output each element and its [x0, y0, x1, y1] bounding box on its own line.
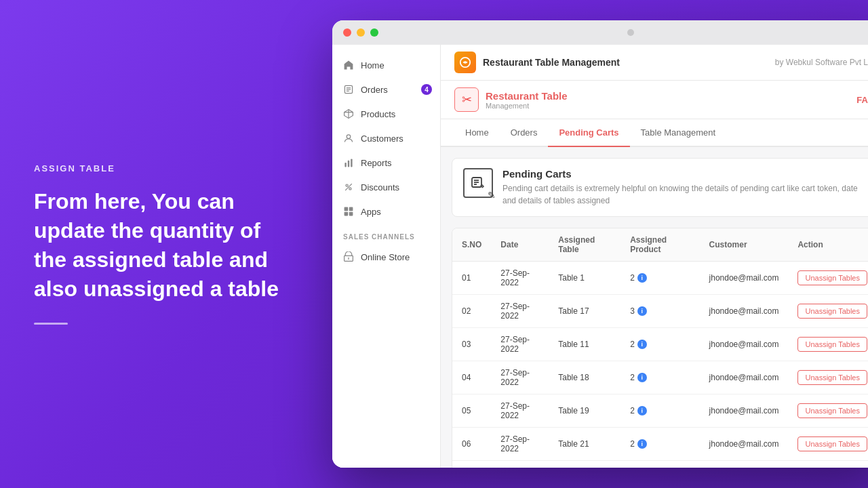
- faq-link[interactable]: FAQ: [856, 95, 868, 105]
- app-name: Restaurant Table Management: [483, 57, 620, 68]
- browser-window: Home Orders 4 Products: [332, 20, 868, 468]
- cell-assigned-product: 2 i: [620, 262, 699, 295]
- cell-sno: 05: [452, 394, 491, 428]
- svg-rect-10: [351, 159, 352, 167]
- tab-pending-carts[interactable]: Pending Carts: [548, 119, 629, 147]
- nav-tabs: Home Orders Pending Carts Table Manageme…: [441, 119, 868, 147]
- info-icon: i: [637, 306, 647, 316]
- cell-action: Unassign Tables: [788, 461, 868, 468]
- pending-carts-text: Pending Carts Pending cart details is ex…: [502, 168, 866, 207]
- sidebar-apps-label: Apps: [361, 207, 381, 217]
- table-row: 06 27-Sep-2022 Table 21 2 i jhondoe@mail…: [452, 428, 868, 461]
- info-icon: i: [637, 439, 647, 449]
- sidebar-orders-label: Orders: [361, 85, 388, 95]
- pending-carts-title: Pending Carts: [502, 168, 866, 180]
- table-row: 03 27-Sep-2022 Table 11 2 i jhondoe@mail…: [452, 328, 868, 361]
- cell-date: 27-Sep-2022: [491, 428, 549, 461]
- info-icon: i: [637, 273, 647, 283]
- cell-sno: 07: [452, 461, 491, 468]
- sidebar-item-orders[interactable]: Orders 4: [332, 77, 440, 102]
- restaurant-title: Restaurant Table: [486, 90, 568, 102]
- sidebar-item-discounts[interactable]: Discounts: [332, 175, 440, 199]
- sidebar-item-reports[interactable]: Reports: [332, 150, 440, 175]
- unassign-tables-button[interactable]: Unassign Tables: [797, 270, 867, 285]
- pending-carts-description: Pending cart details is extremely helpfu…: [502, 182, 866, 207]
- divider: [34, 323, 68, 325]
- svg-point-11: [346, 184, 348, 186]
- unassign-tables-button[interactable]: Unassign Tables: [797, 436, 867, 451]
- cell-assigned-table: Table 12: [549, 461, 620, 468]
- cell-assigned-product: 3 i: [620, 295, 699, 328]
- content-area: Pending Carts Pending cart details is ex…: [441, 147, 868, 468]
- unassign-tables-button[interactable]: Unassign Tables: [797, 403, 867, 418]
- cell-date: 27-Sep-2022: [491, 394, 549, 428]
- cell-assigned-product: 2 i: [620, 394, 699, 428]
- restaurant-text-area: Restaurant Table Management: [486, 90, 568, 110]
- shopify-layout: Home Orders 4 Products: [332, 45, 868, 468]
- tab-home[interactable]: Home: [454, 119, 500, 147]
- table-row: 05 27-Sep-2022 Table 19 2 i jhondoe@mail…: [452, 394, 868, 428]
- cell-date: 27-Sep-2022: [491, 361, 549, 394]
- app-header: Restaurant Table Management by Webkul So…: [441, 45, 868, 81]
- table-row: 02 27-Sep-2022 Table 17 3 i jhondoe@mail…: [452, 295, 868, 328]
- main-heading: From here, You can update the quantity o…: [34, 187, 285, 304]
- assign-label: ASSIGN TABLE: [34, 163, 285, 174]
- cell-date: 27-Sep-2022: [491, 461, 549, 468]
- tab-orders[interactable]: Orders: [500, 119, 549, 147]
- sidebar-customers-label: Customers: [361, 134, 403, 144]
- cell-assigned-table: Table 18: [549, 361, 620, 394]
- app-title-area: Restaurant Table Management: [454, 52, 620, 73]
- svg-rect-8: [344, 163, 346, 167]
- col-sno: S.NO: [452, 228, 491, 262]
- browser-close-dot: [343, 28, 351, 37]
- svg-rect-16: [344, 212, 349, 216]
- unassign-tables-button[interactable]: Unassign Tables: [797, 370, 867, 385]
- data-table: S.NO Date Assigned Table Assigned Produc…: [452, 228, 868, 468]
- orders-badge: 4: [421, 84, 432, 95]
- by-webkul-text: by Webkul Software Pvt Ltd: [775, 58, 868, 67]
- svg-rect-15: [349, 207, 353, 211]
- cell-customer: jhondoe@mail.com: [700, 262, 789, 295]
- cell-sno: 06: [452, 428, 491, 461]
- cell-assigned-table: Table 21: [549, 428, 620, 461]
- reports-icon: [343, 157, 354, 168]
- info-icon: i: [637, 406, 647, 415]
- customers-icon: [343, 133, 354, 144]
- cell-assigned-table: Table 17: [549, 295, 620, 328]
- sidebar-item-home[interactable]: Home: [332, 53, 440, 77]
- col-date: Date: [491, 228, 549, 262]
- table-row: 07 27-Sep-2022 Table 12 2 i jhondoe@mail…: [452, 461, 868, 468]
- cell-assigned-product: 2 i: [620, 428, 699, 461]
- sidebar-discounts-label: Discounts: [361, 182, 399, 192]
- unassign-tables-button[interactable]: Unassign Tables: [797, 304, 867, 319]
- cell-customer: jhondoe@mail.com: [700, 295, 789, 328]
- discounts-icon: [343, 182, 354, 192]
- cell-assigned-product: 2 i: [620, 461, 699, 468]
- cell-date: 27-Sep-2022: [491, 328, 549, 361]
- main-content: Restaurant Table Management by Webkul So…: [441, 45, 868, 468]
- sidebar-item-apps[interactable]: Apps: [332, 199, 440, 224]
- cell-action: Unassign Tables: [788, 295, 868, 328]
- cell-sno: 03: [452, 328, 491, 361]
- sidebar-item-online-store[interactable]: Online Store: [332, 245, 440, 269]
- svg-point-12: [349, 188, 351, 190]
- home-icon: [343, 60, 354, 70]
- cell-customer: jhondoe@mail.com: [700, 361, 789, 394]
- cell-action: Unassign Tables: [788, 328, 868, 361]
- cell-assigned-product: 2 i: [620, 328, 699, 361]
- col-customer: Customer: [700, 228, 789, 262]
- cell-customer: jhondoe@mail.com: [700, 394, 789, 428]
- tab-table-management[interactable]: Table Management: [630, 119, 727, 147]
- svg-rect-14: [344, 207, 349, 211]
- svg-rect-9: [348, 161, 349, 167]
- sidebar-item-products[interactable]: Products: [332, 102, 440, 126]
- sidebar-item-customers[interactable]: Customers: [332, 126, 440, 150]
- app-icon: [454, 52, 476, 73]
- cell-customer: jhondoe@mail.com: [700, 328, 789, 361]
- pending-carts-header: Pending Carts Pending cart details is ex…: [452, 158, 868, 217]
- app-subheader: ✂ Restaurant Table Management FAQ: [441, 81, 868, 119]
- unassign-tables-button[interactable]: Unassign Tables: [797, 337, 867, 352]
- cell-assigned-product: 2 i: [620, 361, 699, 394]
- svg-point-7: [347, 135, 351, 139]
- cell-sno: 02: [452, 295, 491, 328]
